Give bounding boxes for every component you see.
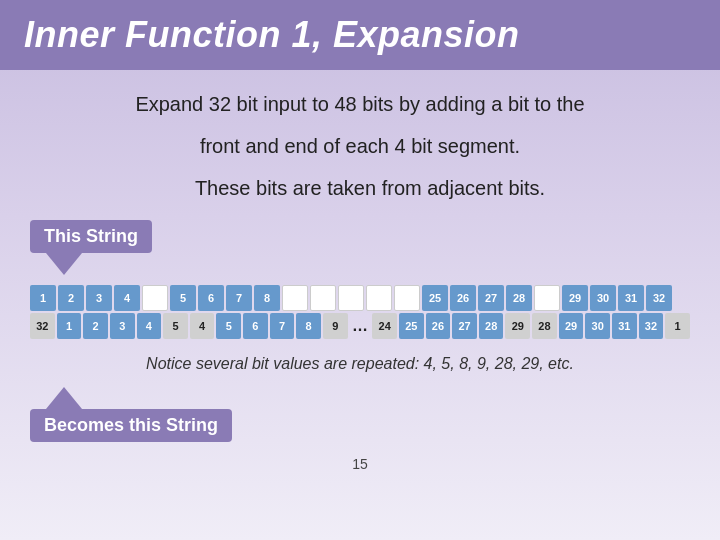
bit-cell: 5 <box>163 313 188 339</box>
bit-cell: 8 <box>296 313 321 339</box>
bit-cell-gap <box>534 285 560 311</box>
bit-cell: 29 <box>559 313 584 339</box>
bit-cell: 30 <box>590 285 616 311</box>
bit-cell: 32 <box>639 313 664 339</box>
bit-cell: 8 <box>254 285 280 311</box>
bit-cell: 6 <box>198 285 224 311</box>
bit-cell: 24 <box>372 313 397 339</box>
bit-cell: 28 <box>532 313 557 339</box>
bit-cell: 4 <box>137 313 162 339</box>
bit-cell: 32 <box>30 313 55 339</box>
this-string-label: This String <box>30 220 152 253</box>
bit-cell-gap <box>338 285 364 311</box>
bit-cell: 26 <box>426 313 451 339</box>
bit-cell: 26 <box>450 285 476 311</box>
bit-cell: 4 <box>190 313 215 339</box>
arrow-down-icon <box>46 253 82 275</box>
bit-cell-gap <box>310 285 336 311</box>
notice-text: Notice several bit values are repeated: … <box>30 355 690 373</box>
bit-cell: 25 <box>399 313 424 339</box>
bit-row-2: 32 1 2 3 4 5 4 5 6 7 8 9 … 24 25 26 27 2… <box>30 313 690 339</box>
bit-table: 1 2 3 4 5 6 7 8 25 26 27 <box>30 285 690 339</box>
bit-cell-gap <box>142 285 168 311</box>
bit-cell: 29 <box>562 285 588 311</box>
bit-cell: 30 <box>585 313 610 339</box>
bit-cell: 31 <box>612 313 637 339</box>
bit-cell: 28 <box>479 313 504 339</box>
slide: Inner Function 1, Expansion Expand 32 bi… <box>0 0 720 540</box>
bit-cell: 27 <box>452 313 477 339</box>
bit-cell: 9 <box>323 313 348 339</box>
bit-cell: 5 <box>216 313 241 339</box>
page-number: 15 <box>30 456 690 472</box>
bit-cell-gap <box>394 285 420 311</box>
bit-cell: 7 <box>270 313 295 339</box>
becomes-string-label: Becomes this String <box>30 409 232 442</box>
title-bar: Inner Function 1, Expansion <box>0 0 720 70</box>
bit-cell: 3 <box>86 285 112 311</box>
bit-cell: 3 <box>110 313 135 339</box>
description-line2: front and end of each 4 bit segment. <box>30 132 690 160</box>
bit-cell: 2 <box>83 313 108 339</box>
bit-cell: 7 <box>226 285 252 311</box>
bit-row-1: 1 2 3 4 5 6 7 8 25 26 27 <box>30 285 690 311</box>
this-string-container: This String <box>30 220 690 275</box>
description-line1: Expand 32 bit input to 48 bits by adding… <box>30 90 690 118</box>
bit-cell: 1 <box>665 313 690 339</box>
bit-cell: 1 <box>57 313 82 339</box>
bit-cell: 32 <box>646 285 672 311</box>
bit-cell: 2 <box>58 285 84 311</box>
ellipsis: … <box>350 313 371 339</box>
arrow-up-icon <box>46 387 82 409</box>
description-line3: These bits are taken from adjacent bits. <box>50 174 690 202</box>
bit-cell: 5 <box>170 285 196 311</box>
bit-cell-gap <box>282 285 308 311</box>
bit-cell: 6 <box>243 313 268 339</box>
becomes-string-container: Becomes this String <box>30 387 690 442</box>
slide-title: Inner Function 1, Expansion <box>24 14 696 56</box>
bit-cell: 1 <box>30 285 56 311</box>
bit-cell: 25 <box>422 285 448 311</box>
bit-cell: 27 <box>478 285 504 311</box>
slide-content: Expand 32 bit input to 48 bits by adding… <box>0 70 720 540</box>
bit-cell: 29 <box>505 313 530 339</box>
bit-cell: 4 <box>114 285 140 311</box>
bit-cell: 28 <box>506 285 532 311</box>
bit-cell-gap <box>366 285 392 311</box>
bit-cell: 31 <box>618 285 644 311</box>
